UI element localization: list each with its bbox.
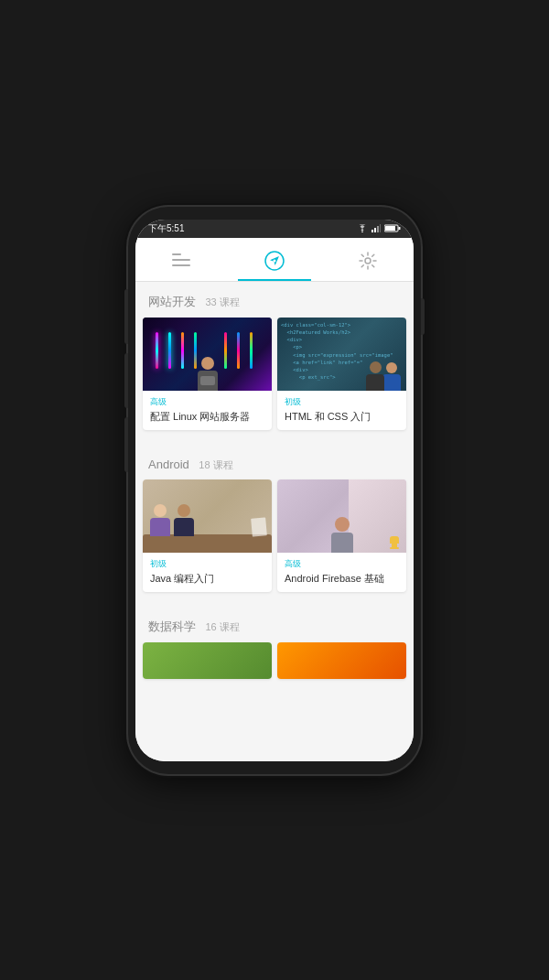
course-level-html: 初级 [285,396,399,408]
section-title-datascience: 数据科学 [148,619,196,633]
nav-bar [135,238,414,282]
course-level-linux: 高级 [150,396,264,408]
home-button[interactable] [250,245,299,281]
svg-rect-1 [371,230,373,232]
course-card-java[interactable]: 初级 Java 编程入门 [143,479,272,592]
section-header-web: 网站开发 33 课程 [135,282,414,318]
svg-rect-10 [172,264,190,266]
course-card-ds2[interactable] [277,642,406,679]
course-title-linux: 配置 Linux 网站服务器 [150,410,264,423]
svg-marker-12 [270,253,282,265]
course-title-java: Java 编程入门 [150,572,264,585]
svg-rect-6 [399,227,401,230]
course-thumbnail-firebase [277,479,406,553]
course-thumbnail-ds2 [277,642,406,679]
course-info-html: 初级 HTML 和 CSS 入门 [277,391,406,430]
status-icons [357,224,401,232]
status-bar: 下午5:51 [135,220,414,238]
nav-active-indicator [238,279,311,281]
course-card-html[interactable]: <div class="col-sm-12"> <h2Featured Work… [277,318,406,430]
section-count-datascience: 16 课程 [205,621,239,632]
course-thumbnail-ds1 [143,642,272,679]
phone-screen: 下午5:51 [135,220,414,761]
section-count-web: 33 课程 [205,296,239,307]
section-android: Android 18 课程 [135,445,414,599]
section-web: 网站开发 33 课程 [135,282,414,437]
section-datascience: 数据科学 16 课程 [135,607,414,686]
courses-grid-web: 高级 配置 Linux 网站服务器 <div class="col-sm-12"… [135,318,414,437]
status-time: 下午5:51 [148,222,184,235]
svg-rect-3 [377,226,379,232]
courses-grid-datascience [135,642,414,686]
course-info-linux: 高级 配置 Linux 网站服务器 [143,391,272,430]
course-thumbnail-java [143,479,272,553]
section-title-web: 网站开发 [148,295,196,308]
content-area[interactable]: 网站开发 33 课程 [135,282,414,761]
course-info-firebase: 高级 Android Firebase 基础 [277,553,406,592]
course-title-firebase: Android Firebase 基础 [285,572,399,585]
course-info-java: 初级 Java 编程入门 [143,553,272,592]
courses-grid-android: 初级 Java 编程入门 [135,479,414,599]
course-thumbnail-html: <div class="col-sm-12"> <h2Featured Work… [277,318,406,391]
section-header-android: Android 18 课程 [135,445,414,479]
phone-device: 下午5:51 [128,207,421,774]
svg-point-14 [365,258,371,264]
settings-button[interactable] [344,246,392,280]
course-thumbnail-linux [143,318,272,391]
svg-point-13 [273,259,275,262]
svg-rect-7 [385,226,395,231]
battery-icon [384,224,401,232]
svg-rect-2 [374,228,376,232]
course-level-java: 初级 [150,558,264,570]
course-card-ds1[interactable] [143,642,272,679]
menu-button[interactable] [157,248,205,278]
course-title-html: HTML 和 CSS 入门 [285,410,399,423]
course-card-firebase[interactable]: 高级 Android Firebase 基础 [277,479,406,592]
course-level-firebase: 高级 [285,558,399,570]
section-title-android: Android [148,458,189,471]
svg-rect-8 [172,253,181,255]
course-card-linux[interactable]: 高级 配置 Linux 网站服务器 [143,318,272,430]
signal-icon [371,224,381,232]
section-count-android: 18 课程 [199,459,232,470]
svg-rect-4 [380,224,381,232]
svg-point-0 [361,232,363,232]
wifi-icon [357,224,368,232]
svg-rect-9 [172,259,190,261]
section-header-datascience: 数据科学 16 课程 [135,607,414,642]
